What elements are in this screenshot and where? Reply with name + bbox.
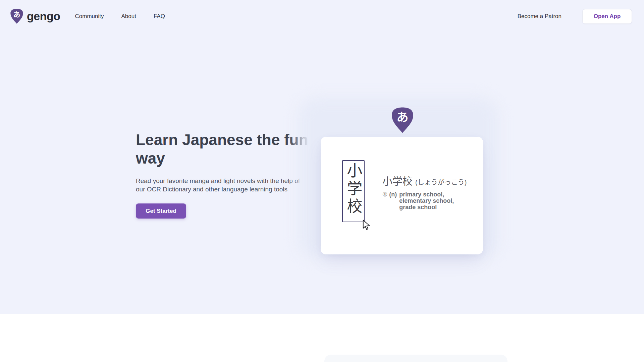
nav-link-community[interactable]: Community: [75, 13, 104, 20]
hero-description-line-1: Read your favorite manga and light novel…: [136, 177, 300, 185]
get-started-button[interactable]: Get Started: [136, 203, 186, 219]
brand-shield-icon: あ: [10, 8, 23, 24]
sense-marker: ① (n): [382, 191, 397, 210]
hero-description-line-2: our OCR Dictionary and other language le…: [136, 185, 300, 193]
entry-definitions: ① (n) primary school, elementary school,…: [382, 191, 467, 210]
gloss-line: grade school: [399, 204, 454, 210]
gloss-list: primary school, elementary school, grade…: [399, 191, 454, 210]
next-section-card: [324, 355, 507, 362]
become-patron-link[interactable]: Become a Patron: [518, 13, 561, 20]
gloss-line: primary school,: [399, 191, 454, 198]
hero-title: Learn Japanese the fun way: [136, 131, 308, 168]
brand-name: gengo: [27, 10, 60, 23]
svg-text:あ: あ: [13, 11, 20, 18]
dictionary-entry: 小学校 (しょうがっこう) ① (n) primary school, elem…: [382, 173, 467, 210]
hero-description: Read your favorite manga and light novel…: [136, 177, 300, 193]
brand-logo[interactable]: あ gengo: [10, 8, 60, 24]
landing-page: あ gengo Community About FAQ Become a Pat…: [0, 0, 644, 362]
lower-section-background: [0, 314, 644, 362]
nav-links: Community About FAQ: [75, 13, 165, 20]
selected-text: 小学校: [346, 161, 361, 222]
nav-right: Become a Patron Open App: [518, 9, 632, 24]
entry-reading: (しょうがっこう): [415, 177, 467, 187]
nav-link-faq[interactable]: FAQ: [154, 13, 165, 20]
svg-text:あ: あ: [396, 111, 408, 124]
open-app-button[interactable]: Open App: [582, 9, 632, 24]
entry-heading: 小学校 (しょうがっこう): [382, 173, 467, 188]
top-nav: あ gengo Community About FAQ Become a Pat…: [0, 0, 644, 33]
app-badge-shield-icon: あ: [391, 106, 414, 134]
gloss-line: elementary school,: [399, 198, 454, 204]
hero-title-line-2: way: [136, 149, 308, 168]
entry-kanji: 小学校: [382, 173, 413, 188]
hero-title-line-1: Learn Japanese the fun: [136, 131, 308, 149]
mouse-cursor-icon: [362, 220, 372, 231]
ocr-selection-box[interactable]: 小学校: [342, 160, 365, 222]
nav-link-about[interactable]: About: [121, 13, 136, 20]
